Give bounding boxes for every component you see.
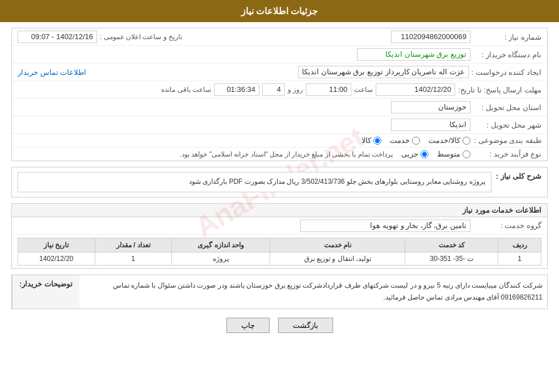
- col-header-quantity: تعداد / مقدار: [95, 238, 171, 252]
- process-note: پرداخت تمام یا بخشی از مبلغ خریدار از مح…: [180, 150, 393, 158]
- need-number-value: 1102094862000069: [391, 31, 470, 43]
- radio-motavasset-label: متوسط: [437, 150, 460, 158]
- category-label: طبقه بندی موضوعی :: [473, 136, 541, 145]
- radio-kala-khadamat: کالا/خدمت: [428, 136, 470, 145]
- services-table-wrapper: ردیف کد خدمت نام خدمت واحد اندازه گیری ت…: [12, 235, 547, 268]
- deadline-time-label: ساعت: [354, 86, 373, 94]
- deadline-days-label: روز و: [288, 86, 303, 94]
- description-content: پروژه روشنایی معابر روستایی بلوارهای بخش…: [18, 172, 491, 192]
- col-header-name: نام خدمت: [270, 238, 405, 252]
- radio-motavasset: متوسط: [437, 150, 470, 158]
- description-section: AnaFinder.net شرح کلی نیاز : پروژه روشنا…: [11, 167, 548, 197]
- buyer-notes-section: شرکت کنندگان میبایست دارای رتبه 5 نیرو و…: [11, 275, 548, 309]
- radio-khadamat-label: خدمت: [390, 136, 410, 145]
- services-section: اطلاعات خدمات مورد نیاز گروه خدمت : تامی…: [11, 203, 548, 269]
- radio-kala-label: کالا: [362, 136, 371, 145]
- cell-row: 1: [498, 252, 541, 265]
- notes-label: توضیحات خریدار:: [12, 275, 79, 309]
- row-need-number: شماره نیاز : 1102094862000069 تاریخ و سا…: [12, 28, 547, 46]
- city-label: شهر محل تحویل :: [473, 121, 541, 129]
- main-content: شماره نیاز : 1102094862000069 تاریخ و سا…: [0, 22, 559, 347]
- page-title: جزئیات اطلاعات نیاز: [241, 6, 318, 16]
- remaining-label: ساعت باقی مانده: [161, 86, 211, 94]
- col-header-unit: واحد اندازه گیری: [171, 238, 270, 252]
- deadline-label: مهلت ارسال پاسخ: تا تاریخ:: [458, 86, 541, 94]
- process-label: نوع فرآیند خرید :: [473, 150, 541, 158]
- announce-value: 1402/12/16 - 09:07: [18, 31, 97, 43]
- services-table: ردیف کد خدمت نام خدمت واحد اندازه گیری ت…: [18, 238, 541, 265]
- radio-jozii-input[interactable]: [421, 150, 428, 158]
- radio-motavasset-input[interactable]: [463, 150, 470, 158]
- radio-kala-khadamat-label: کالا/خدمت: [428, 136, 460, 145]
- services-section-title: اطلاعات خدمات مورد نیاز: [12, 204, 547, 217]
- button-row: بازگشت چاپ: [11, 318, 548, 333]
- city-value: اندیکا: [391, 119, 470, 131]
- buyer-org-label: نام دستگاه خریدار :: [473, 50, 541, 59]
- buyer-org-value: توزیع برق شهرستان اندیکا: [357, 48, 470, 61]
- row-service-group: گروه خدمت : تامین برق، گاز، بخار و تهویه…: [12, 217, 547, 235]
- category-radio-group: کالا/خدمت خدمت کالا: [362, 136, 470, 145]
- row-city: شهر محل تحویل : اندیکا: [12, 116, 547, 134]
- cell-name: تولید، انتقال و توزیع برق: [270, 252, 405, 265]
- creator-label: ایجاد کننده درخواست :: [472, 68, 541, 77]
- row-deadline: مهلت ارسال پاسخ: تا تاریخ: 1402/12/20 سا…: [12, 81, 547, 99]
- notes-text: شرکت کنندگان میبایست دارای رتبه 5 نیرو و…: [113, 281, 543, 302]
- service-group-label: گروه خدمت :: [473, 221, 541, 230]
- col-header-code: کد خدمت: [405, 238, 498, 252]
- process-radio-group: متوسط جزیی: [401, 150, 470, 158]
- need-info-section: شماره نیاز : 1102094862000069 تاریخ و سا…: [11, 28, 548, 161]
- deadline-days: 4: [262, 83, 285, 96]
- print-button[interactable]: چاپ: [226, 318, 270, 333]
- row-creator: ایجاد کننده درخواست : عزت اله ناصریان کا…: [12, 64, 547, 81]
- creator-value: عزت اله ناصریان کاریرداز توزیع برق شهرست…: [298, 66, 468, 78]
- row-province: استان محل تحویل : خوزستان: [12, 99, 547, 116]
- remaining-time: 01:36:34: [214, 83, 259, 96]
- page-header: جزئیات اطلاعات نیاز: [0, 0, 559, 22]
- deadline-date: 1402/12/20: [376, 83, 455, 96]
- cell-code: ت -35- 351-30: [405, 252, 498, 265]
- row-category: طبقه بندی موضوعی : کالا/خدمت خدمت کالا: [12, 134, 547, 147]
- back-button[interactable]: بازگشت: [278, 318, 333, 333]
- row-buyer-org: نام دستگاه خریدار : توزیع برق شهرستان ان…: [12, 46, 547, 64]
- radio-jozii-label: جزیی: [401, 150, 418, 158]
- deadline-time: 11:00: [306, 83, 351, 96]
- description-section-title: شرح کلی نیاز :: [496, 172, 541, 192]
- col-header-date: تاریخ نیاز: [18, 238, 95, 252]
- province-label: استان محل تحویل :: [473, 103, 541, 112]
- radio-kala-input[interactable]: [373, 137, 381, 145]
- province-value: خوزستان: [391, 101, 470, 113]
- radio-jozii: جزیی: [401, 150, 428, 158]
- col-header-row: ردیف: [498, 238, 541, 252]
- radio-khadamat-input[interactable]: [412, 137, 420, 145]
- notes-content: شرکت کنندگان میبایست دارای رتبه 5 نیرو و…: [79, 275, 547, 309]
- contact-link[interactable]: اطلاعات تماس خریدار: [18, 68, 86, 77]
- announce-label: تاریخ و ساعت اعلان عمومی :: [100, 33, 182, 41]
- cell-unit: پروژه: [171, 252, 270, 265]
- row-process-type: نوع فرآیند خرید : متوسط جزیی پرداخت تمام…: [12, 147, 547, 161]
- need-number-label: شماره نیاز :: [473, 33, 541, 41]
- service-group-value: تامین برق، گاز، بخار و تهویه هوا: [300, 220, 470, 232]
- radio-khadamat: خدمت: [390, 136, 420, 145]
- table-header-row: ردیف کد خدمت نام خدمت واحد اندازه گیری ت…: [18, 238, 541, 252]
- radio-kala-khadamat-input[interactable]: [463, 137, 470, 145]
- cell-quantity: 1: [95, 252, 171, 265]
- radio-kala: کالا: [362, 136, 381, 145]
- table-row: 1 ت -35- 351-30 تولید، انتقال و توزیع بر…: [18, 252, 541, 265]
- cell-date: 1402/12/20: [18, 252, 95, 265]
- page-wrapper: جزئیات اطلاعات نیاز شماره نیاز : 1102094…: [0, 0, 559, 392]
